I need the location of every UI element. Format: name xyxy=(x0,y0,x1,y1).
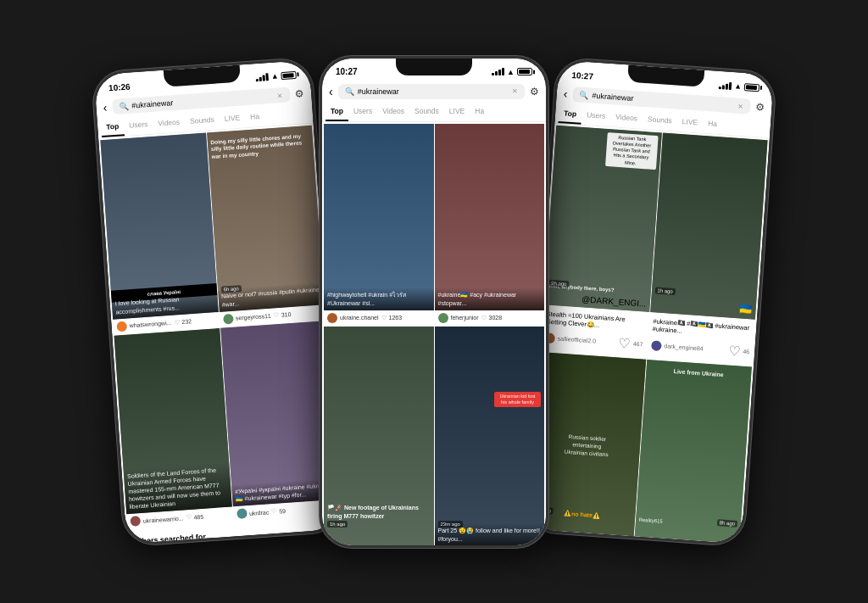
time-4-right: 8h ago xyxy=(716,518,737,527)
time-1-right: 9h ago xyxy=(548,279,570,288)
tab-live-right[interactable]: LIVE xyxy=(676,112,704,132)
tab-ha-left[interactable]: Ha xyxy=(244,107,264,127)
video-grid-left: слава Україні I love looking at Russian … xyxy=(98,123,341,531)
phone-device-left: 10:26 ▲ xyxy=(92,57,344,546)
mid-left-right: Stealth =100 Ukrainians Are Getting Clev… xyxy=(541,307,648,355)
search-box-center[interactable]: 🔍 #ukrainewar ✕ xyxy=(338,84,525,99)
status-icons-center: ▲ xyxy=(492,68,532,76)
back-button-right[interactable]: ‹ xyxy=(563,87,568,100)
screen-left: 10:26 ▲ xyxy=(94,59,342,543)
status-icons-right: ▲ xyxy=(719,81,760,92)
filter-icon-center[interactable]: ⚙ xyxy=(530,86,539,98)
time-right: 10:27 xyxy=(571,70,593,81)
main-scene: 10:26 ▲ xyxy=(0,0,868,603)
live-ukraine-text: Live from Ukraine xyxy=(673,368,723,377)
mid-user-left-right: sallieofficial2.0 xyxy=(557,335,616,345)
video-card-1-center[interactable]: #highwaytohell #ukrain #ไวรัส #Ukrainewa… xyxy=(324,124,434,326)
screen-right: 10:27 ▲ ‹ xyxy=(526,59,774,543)
tab-ha-right[interactable]: Ha xyxy=(702,114,722,134)
tab-videos-center[interactable]: Videos xyxy=(377,103,409,121)
tab-videos-left[interactable]: Videos xyxy=(153,113,186,134)
heart-mid-right-right: ♡ xyxy=(728,342,741,359)
mid-right-right: #ukraine🏴‍☠️ #🏴‍☠️🇺🇦🏴‍☠️ #ukrainewar #uk… xyxy=(648,315,755,363)
filter-icon-left[interactable]: ⚙ xyxy=(295,87,305,100)
tab-videos-right[interactable]: Videos xyxy=(609,108,643,129)
red-badge-center: Ukrainian kid lost his whole family xyxy=(494,392,541,406)
search-query-center: #ukrainewar xyxy=(358,87,509,96)
soldier-text-right: Russian soldier entertaining Ukrainian c… xyxy=(559,432,614,459)
likes-3-left: 485 xyxy=(193,513,203,520)
search-icon-center: 🔍 xyxy=(345,87,354,96)
video-card-1-left[interactable]: слава Україні I love looking at Russian … xyxy=(100,132,219,334)
video-card-2-center[interactable]: #ukraine🇺🇦 #acy #ukrainewar #stopwar... … xyxy=(435,124,545,326)
engine-badge: @DARK_ENGI... xyxy=(581,294,647,308)
video-card-3-left[interactable]: Soldiers of the Land Forces of the Ukrai… xyxy=(114,327,232,529)
video-overlay-3-left: Soldiers of the Land Forces of the Ukrai… xyxy=(123,461,231,514)
username-4-left: ukrdrac xyxy=(249,509,270,516)
likes-1-left: 232 xyxy=(181,318,192,325)
mid-likes-left-right: 467 xyxy=(633,340,643,347)
tab-top-left[interactable]: Top xyxy=(101,117,125,137)
video-overlay-2-center: #ukraine🇺🇦 #acy #ukrainewar #stopwar... xyxy=(435,288,545,310)
tab-top-center[interactable]: Top xyxy=(326,103,348,121)
back-button-center[interactable]: ‹ xyxy=(329,85,333,98)
content-right: Russian Tank Overtakes Another Russian T… xyxy=(526,123,770,544)
avatar-3-left xyxy=(130,516,141,527)
likes-4-left: 59 xyxy=(279,507,286,514)
mid-user-right-right: dark_engine84 xyxy=(664,343,726,353)
time-badge-3-center: 1h ago xyxy=(327,521,348,528)
heart-icon-4-left: ♡ xyxy=(271,508,277,515)
video-card-4-center[interactable]: Ukrainian kid lost his whole family 23m … xyxy=(435,327,545,545)
tab-sounds-right[interactable]: Sounds xyxy=(642,109,677,131)
wifi-icon-left: ▲ xyxy=(270,71,279,81)
tab-ha-center[interactable]: Ha xyxy=(470,103,489,121)
content-left: слава Україні I love looking at Russian … xyxy=(98,123,342,544)
flag-badge-right: 🇺🇦 xyxy=(739,303,753,315)
tab-sounds-center[interactable]: Sounds xyxy=(409,103,444,121)
screen-center: 10:27 ▲ ‹ xyxy=(322,59,546,545)
clear-button-left[interactable]: ✕ xyxy=(277,91,284,98)
mid-likes-right-right: 46 xyxy=(743,348,749,355)
tab-live-center[interactable]: LIVE xyxy=(444,103,470,121)
avatar-1-center xyxy=(327,313,337,323)
tab-users-right[interactable]: Users xyxy=(581,105,611,126)
phone-center: 10:27 ▲ ‹ xyxy=(320,56,548,548)
avatar-mid-right-right xyxy=(651,339,662,350)
clear-button-center[interactable]: ✕ xyxy=(512,87,518,95)
likes-1-center: 1263 xyxy=(389,315,403,321)
tab-users-left[interactable]: Users xyxy=(123,114,153,135)
bottom-video-grid-right: Russian soldier entertaining Ukrainian c… xyxy=(526,350,754,544)
tab-top-right[interactable]: Top xyxy=(558,103,581,124)
avatar-2-center xyxy=(438,313,448,323)
time-left: 10:26 xyxy=(108,81,131,92)
video-card-3-center[interactable]: 🏳️🚀 New footage of Ukrainians firing M77… xyxy=(324,327,434,545)
notch-center xyxy=(396,59,472,75)
doing-overlay: Doing my silly little chores and my sill… xyxy=(210,132,310,160)
heart-icon-2-center: ♡ xyxy=(481,315,487,321)
video-card-2-left[interactable]: Doing my silly little chores and my sill… xyxy=(207,125,326,327)
phone-right: 10:27 ▲ ‹ xyxy=(524,57,776,546)
heart-mid-left-right: ♡ xyxy=(618,334,631,351)
video-card-2-right[interactable]: 🇺🇦 1h ago xyxy=(650,132,768,319)
video-overlay-1-center: #highwaytohell #ukrain #ไวรัส #Ukrainewa… xyxy=(324,288,434,310)
tab-users-center[interactable]: Users xyxy=(348,103,377,121)
tab-sounds-left[interactable]: Sounds xyxy=(184,110,220,131)
video-card-4-right[interactable]: Live from Ukraine Reality615 8h ago xyxy=(634,360,752,544)
avatar-4-left xyxy=(236,508,248,519)
video-meta-2-center: feherjunior ♡ 3028 xyxy=(435,310,545,326)
search-icon-right: 🔍 xyxy=(579,90,589,99)
username-2-left: sergeyross11 xyxy=(236,312,271,321)
tank-text-right: Russian Tank Overtakes Another Russian T… xyxy=(605,131,659,169)
tab-live-left[interactable]: LIVE xyxy=(219,109,246,129)
phone-left: 10:26 ▲ xyxy=(92,57,344,546)
filter-icon-right[interactable]: ⚙ xyxy=(755,101,765,114)
username-1-center: ukraine.chanel xyxy=(340,315,379,321)
top-video-grid-right: Russian Tank Overtakes Another Russian T… xyxy=(542,123,769,321)
username-2-center: feherjunior xyxy=(451,315,479,321)
video-card-1-right[interactable]: Russian Tank Overtakes Another Russian T… xyxy=(543,125,661,311)
battery-right xyxy=(744,82,760,91)
search-query-left: #ukrainewar xyxy=(131,91,275,109)
clear-button-right[interactable]: ✕ xyxy=(737,102,744,109)
back-button-left[interactable]: ‹ xyxy=(103,100,108,114)
avatar-1-left xyxy=(116,321,127,332)
